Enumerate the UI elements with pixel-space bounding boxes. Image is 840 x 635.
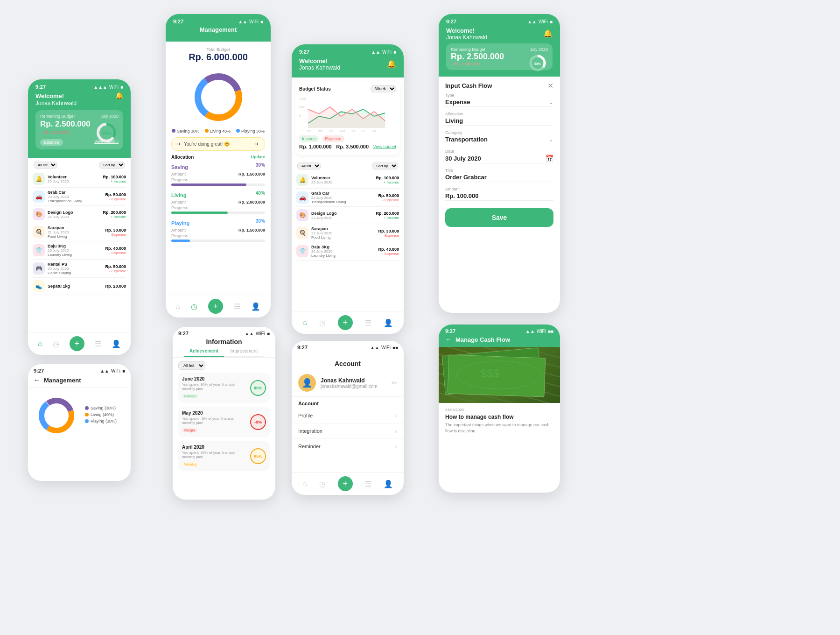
nav-home-6[interactable]: ⌂ (302, 480, 307, 488)
nav-doc-1[interactable]: ☰ (95, 339, 101, 348)
progress-saving (171, 183, 265, 186)
info-tabs: Achievement Improvement (184, 346, 264, 357)
txn-sepatu-1: 👟 Sepatu 1kg Rp. 20.000 (33, 278, 126, 295)
article-title: How to manage cash flow (445, 414, 553, 420)
user-name-1: Jonas Kahnwald (35, 100, 123, 106)
wifi-3: WiFi (111, 368, 120, 374)
battery-icon-2: ■ (260, 19, 263, 24)
phone2-header: 9:27 ▲▲ WiFi ■ Management (166, 14, 271, 42)
phone1-header: 9:27 ▲▲▲ WiFi ■ Welcome! 🔔 Jonas Kahnwal… (28, 79, 131, 158)
nav-doc-6[interactable]: ☰ (365, 480, 371, 488)
nav-clock-6[interactable]: ◷ (319, 480, 326, 488)
user-card: 👤 Jonas Kahnwald jonaskahnwald@gmail.com… (292, 369, 404, 397)
back-arrow-3[interactable]: ← (34, 376, 40, 384)
txn-info-volunteer: Volunteer 25 July 2020 (48, 175, 100, 183)
txn-icon-design: 🎨 (33, 208, 45, 220)
nav-person-1[interactable]: 👤 (112, 339, 121, 348)
mcf-header: ← Manage Cash Flow (445, 336, 553, 343)
allocation-header: Allocation Update (171, 155, 265, 160)
close-icon-form[interactable]: ✕ (547, 81, 553, 90)
phone-input-cashflow: 9:27 ▲▲ WiFi ■ Welcome! Jonas Kahnwald 🔔… (439, 14, 560, 313)
account-item-profile[interactable]: Profile › (292, 408, 404, 423)
view-budget-link[interactable]: View budget (373, 144, 396, 149)
bell-icon-5[interactable]: 🔔 (387, 59, 396, 68)
tab-improvement[interactable]: Improvement (224, 346, 264, 356)
info-june: June 2020 You spend 80% of your financia… (178, 373, 270, 403)
sort-by-select-1[interactable]: Sort by (99, 162, 125, 169)
user-avatar: 👤 (298, 374, 316, 392)
tab-achievement[interactable]: Achievement (184, 346, 224, 357)
account-item-reminder[interactable]: Reminder › (292, 439, 404, 454)
phone-management: 9:27 ▲▲ WiFi ■ Management Total Budget R… (166, 14, 271, 318)
donut-7: 58% (527, 53, 548, 75)
wifi-icon: WiFi (109, 85, 119, 90)
field-allocation: Allocation Living (445, 112, 553, 126)
svg-text:Fri: Fri (361, 129, 364, 132)
nav-home-2[interactable]: ⌂ (176, 302, 181, 310)
nav-add-2[interactable]: + (208, 299, 223, 314)
nav-person-5[interactable]: 👤 (384, 318, 393, 327)
svg-text:Thu: Thu (350, 129, 355, 132)
nav-person-2[interactable]: 👤 (251, 302, 260, 311)
nav-clock-5[interactable]: ◷ (319, 318, 326, 327)
field-type: Type Expense ⌄ (445, 93, 553, 107)
field-title: Title Order Grabcar (445, 168, 553, 182)
user-name-6: Jonas Kahnwald (321, 377, 378, 384)
account-title: Account (292, 356, 404, 369)
chevron-integration: › (395, 427, 397, 435)
badge-balance: Balance (182, 394, 198, 398)
all-list-select-5[interactable]: All list (297, 162, 321, 169)
week-select[interactable]: Week (371, 85, 396, 92)
status-bar-1: 9:27 ▲▲▲ WiFi ■ (35, 84, 123, 90)
legend-living: Living 40% (205, 129, 231, 134)
plane-icon-right: ✈ (255, 141, 259, 147)
nav-add-6[interactable]: + (338, 476, 353, 491)
battery-3: ■ (122, 368, 125, 374)
transaction-list-1: 🔔 Volunteer 25 July 2020 Rp. 100.000 + I… (28, 170, 131, 295)
phone-account: 9:27 ▲▲ WiFi ■■ Account 👤 Jonas Kahnwald… (292, 341, 404, 495)
field-category: Category Transportation ⌄ (445, 130, 553, 144)
signal-icon-2: ▲▲ (238, 19, 247, 24)
info-filter: All list (173, 358, 275, 373)
nav-doc-5[interactable]: ☰ (365, 318, 371, 327)
nav-clock-2[interactable]: ◷ (191, 302, 197, 311)
nav-doc-2[interactable]: ☰ (234, 302, 240, 311)
field-amount: Amount Rp. 100.000 (445, 187, 553, 201)
bottom-nav-6: ⌂ ◷ + ☰ 👤 (292, 472, 404, 495)
total-budget-label: Total Budget (166, 47, 271, 52)
nav-person-6[interactable]: 👤 (384, 480, 393, 488)
chart-area: 100K 50K 0 Sun Mon Tue Wed Thu Fri Sat (299, 95, 396, 133)
nav-add-1[interactable]: + (70, 336, 84, 351)
phone-dashboard: 9:27 ▲▲▲ WiFi ■ Welcome! 🔔 Jonas Kahnwal… (28, 79, 131, 355)
income-badge: Income (299, 135, 319, 142)
bell-icon-7[interactable]: 🔔 (543, 29, 553, 38)
nav-home-1[interactable]: ⌂ (38, 339, 42, 348)
txn-icon-sarapan: 🍳 (33, 226, 45, 238)
phone-manage-cashflow: 9:27 ▲▲ WiFi ■■ ← Manage Cash Flow $$$ 2… (439, 325, 560, 493)
dropdown-category[interactable]: ⌄ (549, 136, 553, 143)
info-filter-select[interactable]: All list (178, 361, 205, 370)
remaining-card-7: Remaining Budget July 2020 Rp. 2.500.000… (446, 43, 553, 70)
chevron-reminder: › (395, 443, 397, 450)
bell-icon[interactable]: 🔔 (115, 92, 123, 99)
txn-baju-5: 👕 Baju 3Kg 20 July 2020 Laundry Living R… (296, 242, 399, 261)
edit-icon[interactable]: ✏ (392, 379, 397, 387)
sort-by-select-5[interactable]: Sort by (372, 162, 398, 169)
dropdown-type[interactable]: ⌄ (549, 99, 553, 106)
calendar-icon[interactable]: 📅 (546, 155, 553, 162)
all-list-select-1[interactable]: All list (34, 162, 57, 169)
account-item-integration[interactable]: Integration › (292, 423, 404, 439)
progress-playing (171, 240, 265, 242)
mgmt-title-3: Management (44, 377, 81, 384)
svg-text:Wed: Wed (340, 129, 345, 132)
balance-btn-1[interactable]: Balance (40, 139, 63, 146)
nav-add-5[interactable]: + (338, 315, 353, 330)
allocation-section: Allocation Update Saving30% AmountRp. 1.… (166, 155, 271, 242)
information-title: Information (178, 338, 270, 346)
back-arrow-8[interactable]: ← (445, 336, 452, 343)
save-button[interactable]: Save (445, 208, 553, 227)
nav-home-5[interactable]: ⌂ (302, 318, 307, 327)
signal-icon: ▲▲▲ (93, 85, 107, 90)
nav-clock-1[interactable]: ◷ (53, 339, 59, 348)
legend-playing: Playing 30% (236, 129, 265, 134)
